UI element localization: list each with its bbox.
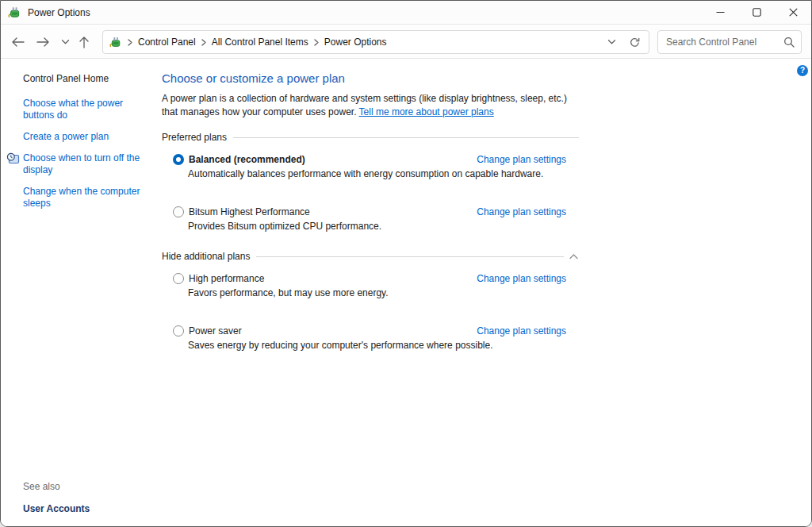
close-button[interactable] bbox=[775, 1, 811, 24]
sleep-icon bbox=[6, 186, 20, 199]
sidebar-link-label: Create a power plan bbox=[23, 131, 109, 142]
window-title: Power Options bbox=[28, 7, 90, 18]
power-plug-icon bbox=[8, 6, 21, 19]
chevron-up-icon[interactable] bbox=[569, 253, 579, 260]
section-label: Hide additional plans bbox=[162, 251, 250, 262]
plan-description: Favors performance, but may use more ene… bbox=[188, 287, 579, 298]
sidebar-item-turn-off-display[interactable]: Choose when to turn off the display bbox=[23, 152, 140, 176]
help-icon[interactable]: ? bbox=[797, 65, 808, 76]
search-input[interactable] bbox=[666, 37, 783, 48]
change-plan-settings-power-saver[interactable]: Change plan settings bbox=[477, 325, 566, 337]
display-clock-icon bbox=[6, 152, 20, 166]
preferred-plans-header: Preferred plans bbox=[162, 132, 579, 143]
title-bar: Power Options bbox=[1, 1, 811, 25]
maximize-button[interactable] bbox=[738, 1, 775, 24]
search-icon[interactable] bbox=[783, 37, 795, 48]
sidebar-item-create-power-plan[interactable]: Create a power plan bbox=[23, 131, 140, 143]
sidebar-item-control-panel-home[interactable]: Control Panel Home bbox=[23, 73, 109, 84]
address-bar: Control Panel All Control Panel Items Po… bbox=[1, 25, 811, 59]
hide-additional-plans-header[interactable]: Hide additional plans bbox=[162, 251, 579, 262]
search-box bbox=[657, 30, 802, 54]
sidebar-link-label: Change when the computer sleeps bbox=[23, 186, 140, 209]
see-also-section: See also User Accounts bbox=[23, 481, 90, 514]
plan-row-balanced: Balanced (recommended) Change plan setti… bbox=[173, 154, 579, 165]
power-plans-help-link[interactable]: Tell me more about power plans bbox=[359, 106, 494, 117]
breadcrumb-all-control-panel-items[interactable]: All Control Panel Items bbox=[212, 37, 308, 48]
address-dropdown-chevron-icon[interactable] bbox=[607, 39, 616, 45]
window-controls bbox=[702, 1, 811, 24]
page-title: Choose or customize a power plan bbox=[162, 71, 579, 85]
sidebar-item-user-accounts[interactable]: User Accounts bbox=[23, 503, 90, 514]
change-plan-settings-bitsum[interactable]: Change plan settings bbox=[477, 206, 566, 217]
plan-description: Saves energy by reducing your computer's… bbox=[188, 340, 579, 351]
back-button[interactable] bbox=[7, 32, 28, 52]
plan-description: Automatically balances performance with … bbox=[188, 168, 579, 179]
power-options-window: Power Options bbox=[0, 0, 812, 527]
radio-balanced[interactable] bbox=[173, 154, 184, 165]
plan-name[interactable]: Balanced (recommended) bbox=[189, 154, 305, 165]
main-pane: Choose or customize a power plan A power… bbox=[162, 60, 579, 360]
plan-row-power-saver: Power saver Change plan settings bbox=[173, 325, 579, 337]
radio-high-performance[interactable] bbox=[173, 273, 184, 284]
see-also-heading: See also bbox=[23, 481, 90, 492]
breadcrumb-control-panel[interactable]: Control Panel bbox=[138, 37, 196, 48]
content-area: ? Control Panel Home Choose what the pow… bbox=[1, 60, 811, 527]
plan-name[interactable]: High performance bbox=[189, 273, 264, 284]
sidebar-item-choose-power-buttons[interactable]: Choose what the power buttons do bbox=[23, 98, 140, 121]
change-plan-settings-balanced[interactable]: Change plan settings bbox=[477, 154, 566, 165]
sidebar-link-label: Choose when to turn off the display bbox=[23, 152, 140, 175]
plan-row-high-performance: High performance Change plan settings bbox=[173, 273, 579, 284]
sidebar-item-change-when-sleeps[interactable]: Change when the computer sleeps bbox=[23, 186, 140, 210]
plan-row-bitsum-highest-performance: Bitsum Highest Performance Change plan s… bbox=[173, 206, 579, 217]
recent-locations-chevron-icon[interactable] bbox=[55, 32, 75, 52]
plan-name[interactable]: Bitsum Highest Performance bbox=[189, 206, 310, 217]
refresh-icon[interactable] bbox=[629, 37, 641, 48]
sidebar-link-label: Choose what the power buttons do bbox=[23, 98, 123, 121]
change-plan-settings-high-performance[interactable]: Change plan settings bbox=[477, 273, 566, 284]
radio-power-saver[interactable] bbox=[173, 325, 184, 337]
minimize-button[interactable] bbox=[702, 1, 738, 24]
chevron-right-icon bbox=[314, 39, 319, 46]
power-plug-icon bbox=[109, 36, 122, 48]
up-button[interactable] bbox=[74, 32, 94, 52]
section-label: Preferred plans bbox=[162, 132, 227, 143]
forward-button[interactable] bbox=[33, 32, 53, 52]
sidebar: Control Panel Home Choose what the power… bbox=[1, 60, 155, 527]
chevron-right-icon bbox=[201, 39, 206, 46]
plan-name[interactable]: Power saver bbox=[189, 325, 242, 337]
plan-description: Provides Bitsum optimized CPU performanc… bbox=[188, 221, 579, 232]
breadcrumb-power-options[interactable]: Power Options bbox=[324, 37, 387, 48]
section-rule bbox=[233, 137, 579, 138]
breadcrumb[interactable]: Control Panel All Control Panel Items Po… bbox=[102, 30, 649, 54]
radio-bitsum-highest-performance[interactable] bbox=[173, 206, 184, 217]
section-rule bbox=[256, 256, 564, 257]
chevron-right-icon bbox=[128, 39, 132, 46]
